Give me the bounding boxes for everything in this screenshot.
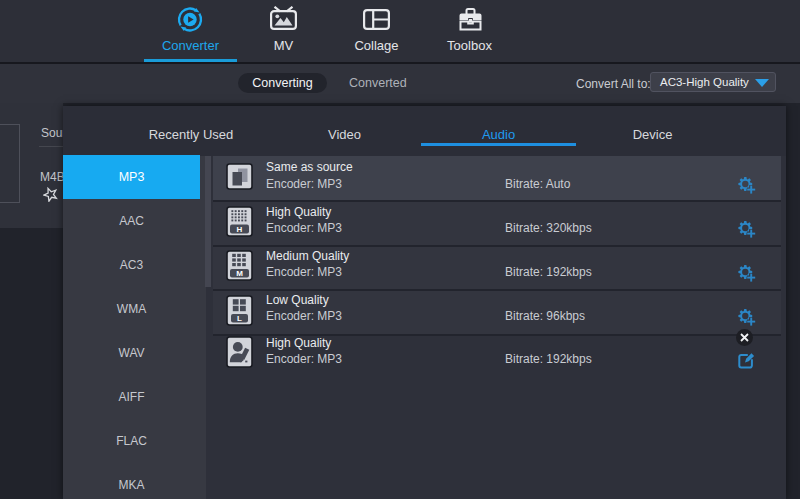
svg-text:H: H — [237, 225, 243, 234]
svg-text:L: L — [237, 314, 242, 323]
svg-text:M: M — [236, 269, 243, 278]
